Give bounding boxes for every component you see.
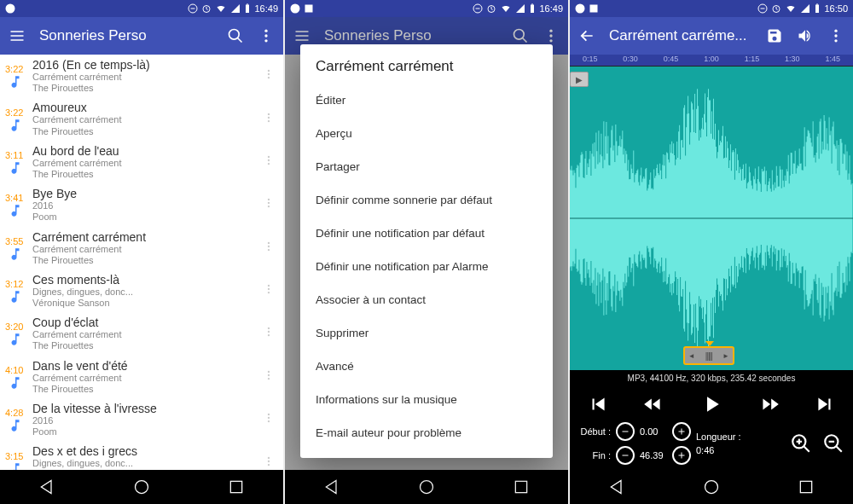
dialog-item[interactable]: Définir comme sonnerie par défaut [300,183,553,217]
end-plus-button[interactable] [672,446,691,465]
svg-rect-4 [246,5,249,14]
svg-point-18 [268,159,270,161]
overflow-button [543,27,560,44]
wifi-icon [785,3,797,14]
back-button[interactable] [578,27,595,44]
tick-label: 1:45 [813,55,853,66]
svg-point-12 [268,73,270,75]
end-minus-button[interactable] [616,446,635,465]
overflow-button[interactable] [827,27,844,44]
skip-end-button[interactable] [814,393,836,415]
svg-point-85 [705,481,717,494]
svg-rect-77 [682,453,682,459]
music-note-icon [5,332,26,347]
song-row[interactable]: 4:28De la vitesse à l'ivresse2016Poom [0,398,283,441]
song-more-button[interactable] [263,455,275,470]
play-button[interactable] [699,391,724,417]
song-more-button[interactable] [263,240,275,256]
song-row[interactable]: 4:10Dans le vent d'étéCarrément carrémen… [0,356,283,398]
dialog-item[interactable]: Supprimer [300,316,553,350]
song-more-button[interactable] [263,197,275,212]
scrub-thumb[interactable]: ||||| [683,346,734,365]
nav-home[interactable] [703,478,720,495]
song-more-button[interactable] [263,369,275,385]
svg-rect-45 [230,481,241,492]
song-more-button[interactable] [263,68,275,84]
nav-recent[interactable] [228,478,245,495]
song-more-button[interactable] [263,112,275,127]
length-label: Longueur : [696,432,741,442]
save-button[interactable] [766,27,783,44]
song-album: Dignes, dingues, donc... [32,287,263,298]
song-row[interactable]: 3:22AmoureuxCarrément carrémentThe Pirou… [0,97,283,140]
svg-point-0 [6,4,15,14]
svg-point-8 [264,30,267,32]
song-row[interactable]: 3:20Coup d'éclatCarrément carrémentThe P… [0,312,283,355]
zoom-out-button[interactable] [822,432,844,455]
rewind-button[interactable] [642,393,664,415]
svg-rect-59 [515,481,526,492]
song-row[interactable]: 3:15Des x et des i grecsDignes, dingues,… [0,441,283,470]
song-artist: Véronique Sanson [32,298,263,309]
nav-back[interactable] [323,478,340,495]
svg-point-39 [268,460,270,461]
svg-point-56 [549,34,552,37]
length-value: 0:46 [696,445,741,455]
song-more-button[interactable] [263,154,275,170]
song-row[interactable]: 3:41Bye Bye2016Poom [0,183,283,226]
start-plus-button[interactable] [672,422,691,441]
song-duration: 3:11 [5,148,29,160]
song-title: Carrément carrément [32,230,263,244]
song-title: Ces moments-là [32,273,263,287]
dialog-item[interactable]: Aperçu [300,117,553,150]
song-row[interactable]: 3:222016 (En ce temps-là)Carrément carré… [0,55,283,97]
nav-home[interactable] [418,478,435,495]
dialog-item[interactable]: Éditer [300,84,553,117]
song-more-button[interactable] [263,412,275,427]
dialog-item[interactable]: Définir une notification par Alarme [300,250,553,283]
overflow-button[interactable] [258,27,275,44]
song-row[interactable]: 3:55Carrément carrémentCarrément carréme… [0,227,283,269]
zoom-in-button[interactable] [790,432,812,455]
nav-recent[interactable] [513,478,530,495]
song-list[interactable]: 3:222016 (En ce temps-là)Carrément carré… [0,55,283,470]
dialog-item[interactable]: E-mail auteur pour problème [300,416,553,449]
waveform[interactable]: ▶ ||||| [570,67,853,370]
dialog-item[interactable]: Informations sur la musique [300,383,553,416]
trim-start-handle[interactable]: ▶ [570,72,589,87]
more-vert-icon [258,27,275,44]
menu-button[interactable] [9,27,26,44]
skip-start-button[interactable] [587,393,609,415]
nav-back[interactable] [38,478,55,495]
song-more-button[interactable] [263,326,275,341]
svg-rect-51 [531,5,534,14]
music-note-icon [5,160,26,176]
arrow-back-icon [578,27,595,44]
song-more-button[interactable] [263,283,275,298]
svg-point-17 [268,156,270,158]
picture-icon [304,3,314,14]
dialog-item[interactable]: Avancé [300,350,553,383]
search-button[interactable] [227,27,244,44]
volume-button[interactable] [797,27,814,44]
dialog-item[interactable]: Définir une notification par défaut [300,217,553,250]
song-album: Carrément carrément [32,373,263,384]
dnd-icon [473,3,483,14]
forward-button[interactable] [758,393,780,415]
nav-home[interactable] [133,478,150,495]
music-note-icon [5,118,26,133]
song-artist: Poom [32,426,263,437]
start-label: Début : [578,426,611,437]
screen-editor: 16:50 Carrément carréme... 0:150:300:451… [570,0,853,504]
svg-point-46 [291,4,300,14]
song-album: Carrément carrément [32,158,263,169]
start-minus-button[interactable] [616,422,635,441]
nav-recent[interactable] [798,478,815,495]
svg-point-10 [264,39,267,42]
song-row[interactable]: 3:12Ces moments-làDignes, dingues, donc.… [0,269,283,312]
dialog-item[interactable]: Partager [300,150,553,183]
song-row[interactable]: 3:11Au bord de l'eauCarrément carrémentT… [0,141,283,183]
svg-point-33 [268,374,270,376]
dialog-item[interactable]: Associer à un contact [300,283,553,316]
nav-back[interactable] [608,478,625,495]
